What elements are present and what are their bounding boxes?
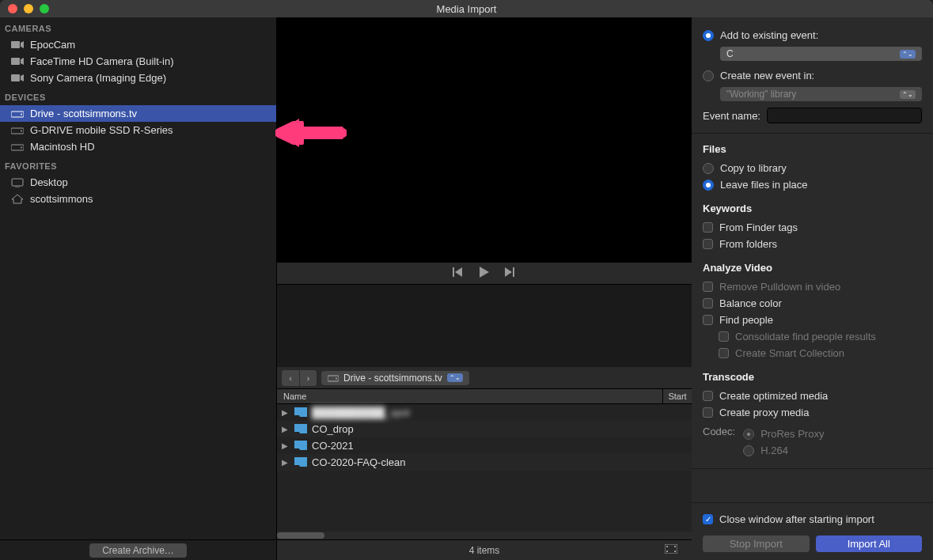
file-row[interactable]: ▶ CO_drop (277, 421, 692, 437)
svg-rect-2 (11, 74, 20, 81)
svg-point-4 (21, 114, 22, 115)
chevron-updown-icon: ⌃⌄ (900, 90, 916, 99)
nav-forward-button[interactable]: › (299, 370, 317, 386)
radio-icon (743, 429, 754, 440)
svg-point-6 (21, 131, 22, 132)
radio-label: Leave files in place (720, 179, 808, 191)
add-to-existing-radio[interactable]: Add to existing event: (703, 27, 922, 44)
dropdown-value: C (726, 48, 734, 59)
center-column: ‹ › Drive - scottsimmons.tv ⌃⌄ Name Star… (277, 17, 692, 560)
import-all-button[interactable]: Import All (816, 535, 923, 552)
checkbox-icon: ✓ (703, 514, 713, 524)
column-name[interactable]: Name (277, 389, 663, 403)
event-name-input[interactable] (767, 108, 922, 123)
browser-blank-area (277, 285, 692, 367)
svg-rect-15 (665, 544, 677, 554)
analyze-heading: Analyze Video (703, 262, 922, 274)
disclosure-triangle-icon[interactable]: ▶ (282, 458, 290, 467)
file-name: CO-2021 (312, 440, 354, 452)
path-dropdown[interactable]: Drive - scottsimmons.tv ⌃⌄ (321, 371, 469, 385)
disclosure-triangle-icon[interactable]: ▶ (282, 425, 290, 433)
sidebar-item-gdrive[interactable]: G-DRIVE mobile SSD R-Series (0, 122, 276, 138)
sidebar-item-epoccam[interactable]: EpocCam (0, 36, 276, 53)
optimized-media-checkbox[interactable]: Create optimized media (703, 388, 922, 404)
file-row[interactable]: ▶ CO-2021 (277, 437, 692, 454)
play-button[interactable] (480, 267, 489, 280)
folder-icon (294, 457, 307, 467)
checkbox-icon (719, 348, 729, 358)
browser-footer: 4 items (277, 539, 692, 560)
checkbox-label: Consolidate find people results (735, 331, 876, 342)
next-button[interactable] (505, 267, 516, 279)
filmstrip-icon[interactable] (665, 544, 677, 556)
balance-color-checkbox[interactable]: Balance color (703, 295, 922, 312)
create-new-event-radio[interactable]: Create new event in: (703, 67, 922, 84)
camera-icon (11, 40, 24, 50)
sidebar-item-sony[interactable]: Sony Camera (Imaging Edge) (0, 70, 276, 86)
checkbox-icon (703, 239, 713, 249)
prev-button[interactable] (453, 267, 464, 279)
file-list-header[interactable]: Name Start (277, 389, 692, 404)
sidebar-item-drive-scottsimmons[interactable]: Drive - scottsimmons.tv (0, 105, 276, 122)
create-archive-button[interactable]: Create Archive… (89, 543, 187, 558)
proxy-media-checkbox[interactable]: Create proxy media (703, 404, 922, 421)
checkbox-label: Create optimized media (719, 390, 828, 402)
copy-to-library-radio[interactable]: Copy to library (703, 160, 922, 176)
scrollbar-thumb[interactable] (277, 532, 324, 539)
radio-icon (703, 30, 714, 41)
svg-rect-16 (666, 546, 668, 547)
find-people-checkbox[interactable]: Find people (703, 312, 922, 328)
h264-radio[interactable]: H.264 (743, 442, 824, 459)
finder-tags-checkbox[interactable]: From Finder tags (703, 219, 922, 236)
disclosure-triangle-icon[interactable]: ▶ (282, 408, 290, 417)
folder-icon (294, 441, 307, 451)
checkbox-icon (703, 315, 713, 325)
consolidate-checkbox[interactable]: Consolidate find people results (703, 328, 922, 345)
event-name-label: Event name: (703, 110, 760, 122)
chevron-updown-icon: ⌃⌄ (900, 50, 916, 59)
file-list: Name Start ▶ ██████████_spot ▶ CO_drop ▶… (277, 389, 692, 532)
stop-import-button[interactable]: Stop Import (703, 535, 810, 552)
radio-label: ProRes Proxy (760, 428, 824, 440)
preview-area (277, 17, 692, 263)
close-after-checkbox[interactable]: ✓ Close window after starting import (703, 511, 922, 528)
browser-area: ‹ › Drive - scottsimmons.tv ⌃⌄ Name Star… (277, 285, 692, 560)
existing-event-dropdown[interactable]: C ⌃⌄ (720, 47, 922, 61)
checkbox-icon (703, 391, 713, 401)
sidebar-label: Desktop (30, 176, 68, 188)
column-start[interactable]: Start (663, 389, 692, 403)
smart-collection-checkbox[interactable]: Create Smart Collection (703, 345, 922, 361)
disclosure-triangle-icon[interactable]: ▶ (282, 441, 290, 450)
sidebar-label: Drive - scottsimmons.tv (30, 108, 137, 119)
home-icon (11, 194, 24, 204)
new-event-location-dropdown[interactable]: "Working" library ⌃⌄ (720, 87, 922, 101)
folders-checkbox[interactable]: From folders (703, 236, 922, 252)
checkbox-label: Balance color (719, 297, 782, 309)
svg-rect-17 (666, 551, 668, 552)
files-heading: Files (703, 143, 922, 155)
checkbox-label: From folders (719, 238, 777, 250)
radio-label: H.264 (760, 445, 788, 456)
checkbox-label: Find people (719, 314, 773, 326)
nav-back-button[interactable]: ‹ (282, 370, 299, 386)
remove-pulldown-checkbox[interactable]: Remove Pulldown in video (703, 278, 922, 295)
radio-label: Copy to library (720, 162, 787, 174)
file-row[interactable]: ▶ ██████████_spot (277, 404, 692, 421)
checkbox-label: Remove Pulldown in video (719, 281, 840, 293)
file-row[interactable]: ▶ CO-2020-FAQ-clean (277, 454, 692, 471)
sidebar-item-desktop[interactable]: Desktop (0, 174, 276, 191)
horizontal-scrollbar[interactable] (277, 532, 692, 539)
sidebar-item-facetime[interactable]: FaceTime HD Camera (Built-in) (0, 53, 276, 70)
sidebar-label: FaceTime HD Camera (Built-in) (30, 55, 174, 67)
sidebar-item-home[interactable]: scottsimmons (0, 191, 276, 207)
radio-label: Create new event in: (720, 70, 814, 81)
sidebar-item-macintosh-hd[interactable]: Macintosh HD (0, 138, 276, 155)
sidebar-label: Sony Camera (Imaging Edge) (30, 72, 166, 84)
drive-icon (11, 125, 24, 135)
svg-rect-0 (11, 41, 20, 48)
leave-in-place-radio[interactable]: Leave files in place (703, 176, 922, 193)
sidebar-label: scottsimmons (30, 193, 93, 205)
dropdown-value: "Working" library (726, 89, 796, 100)
prores-radio[interactable]: ProRes Proxy (743, 426, 824, 442)
file-name: CO_drop (312, 423, 354, 435)
